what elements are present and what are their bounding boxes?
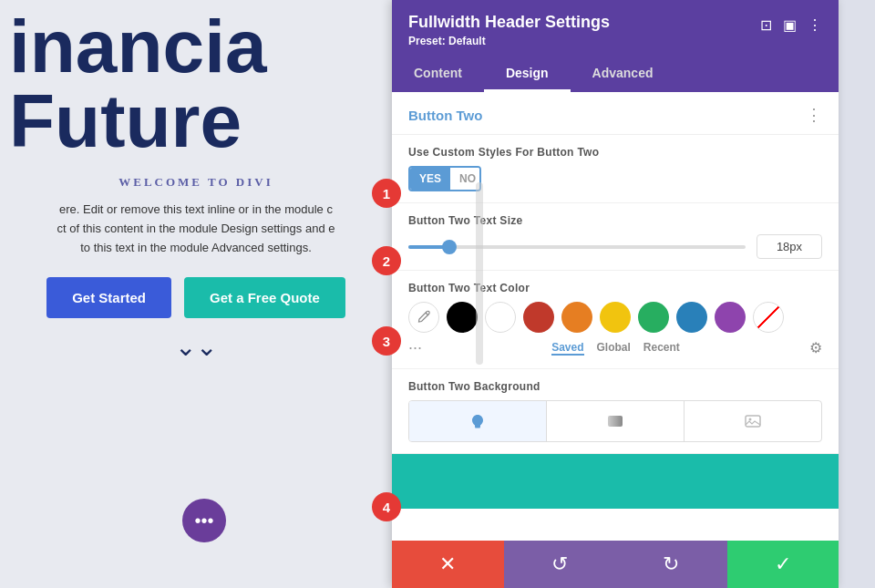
bg-label: Button Two Background — [408, 380, 822, 393]
cta-buttons: Get Started Get a Free Quote — [46, 277, 345, 318]
section-header-button-two: Button Two ⋮ — [392, 92, 839, 135]
three-dots-button[interactable]: ••• — [182, 499, 226, 542]
toggle-yes[interactable]: YES — [410, 168, 450, 190]
bg-gradient-option[interactable] — [547, 401, 685, 441]
action-bar: ✕ ↺ ↻ ✓ — [392, 541, 839, 588]
swatch-transparent[interactable] — [753, 302, 784, 333]
panel-header: Fullwidth Header Settings Preset: Defaul… — [392, 0, 839, 57]
slider-thumb[interactable] — [442, 240, 457, 254]
grid-icon[interactable]: ▣ — [783, 16, 797, 34]
swatch-white[interactable] — [485, 302, 516, 333]
eyedropper-button[interactable] — [408, 302, 439, 333]
redo-button[interactable]: ↻ — [615, 541, 727, 588]
text-size-label: Button Two Text Size — [408, 214, 822, 227]
scroll-down-icon: ⌄⌄ — [175, 335, 217, 360]
bg-row: Button Two Background — [392, 369, 839, 454]
badge-2: 2 — [372, 246, 401, 275]
body-text: ere. Edit or remove this text inline or … — [39, 201, 354, 257]
text-color-label: Button Two Text Color — [408, 282, 822, 294]
swatch-blue[interactable] — [676, 302, 707, 333]
color-tab-recent[interactable]: Recent — [643, 341, 680, 356]
swatch-purple[interactable] — [715, 302, 746, 333]
bg-color-option[interactable] — [409, 401, 547, 441]
swatch-green[interactable] — [638, 302, 669, 333]
preview-bar — [392, 454, 839, 509]
bg-selector — [408, 400, 822, 442]
custom-styles-toggle[interactable]: YES NO — [408, 166, 481, 191]
free-quote-button[interactable]: Get a Free Quote — [184, 277, 345, 318]
panel-body: Button Two ⋮ Use Custom Styles For Butto… — [392, 92, 839, 541]
get-started-button[interactable]: Get Started — [46, 277, 171, 318]
color-swatches — [408, 302, 822, 333]
color-tab-saved[interactable]: Saved — [551, 341, 583, 356]
preset-value[interactable]: Default — [448, 35, 486, 47]
panel-header-icons: ⊡ ▣ ⋮ — [760, 16, 822, 34]
badge-3: 3 — [372, 326, 401, 356]
save-button[interactable]: ✓ — [727, 541, 839, 588]
swatch-orange[interactable] — [561, 302, 592, 333]
color-tabs-row: ··· Saved Global Recent ⚙ — [408, 333, 822, 357]
text-color-row: Button Two Text Color ·· — [392, 271, 839, 369]
undo-button[interactable]: ↺ — [504, 541, 616, 588]
swatch-black[interactable] — [447, 302, 478, 333]
badge-4: 4 — [372, 492, 401, 521]
swatch-yellow[interactable] — [600, 302, 631, 333]
color-tabs: Saved Global Recent — [551, 341, 680, 356]
headline-2: Future — [0, 84, 392, 159]
custom-styles-label: Use Custom Styles For Button Two — [408, 146, 822, 159]
expand-icon[interactable]: ⊡ — [760, 16, 772, 34]
swatch-red[interactable] — [523, 302, 554, 333]
text-size-slider[interactable] — [408, 245, 746, 249]
custom-styles-row: Use Custom Styles For Button Two YES NO — [392, 135, 839, 203]
panel-tabs: Content Design Advanced — [392, 57, 839, 92]
settings-panel: Fullwidth Header Settings Preset: Defaul… — [392, 0, 839, 588]
badge-1: 1 — [372, 179, 401, 208]
svg-rect-2 — [608, 416, 623, 427]
section-menu-icon[interactable]: ⋮ — [806, 105, 822, 125]
color-more-icon[interactable]: ··· — [408, 338, 422, 357]
headline-1: inancia — [0, 9, 392, 84]
panel-header-left: Fullwidth Header Settings Preset: Defaul… — [408, 13, 610, 47]
svg-rect-1 — [475, 427, 480, 428]
more-options-icon[interactable]: ⋮ — [808, 16, 822, 34]
section-title: Button Two — [408, 108, 482, 123]
tab-design[interactable]: Design — [484, 57, 571, 92]
panel-preset: Preset: Default — [408, 35, 610, 47]
text-size-row: Button Two Text Size 18px — [392, 203, 839, 271]
tab-advanced[interactable]: Advanced — [571, 57, 675, 92]
svg-rect-3 — [746, 416, 760, 427]
panel-title: Fullwidth Header Settings — [408, 13, 610, 32]
text-size-value[interactable]: 18px — [757, 234, 822, 259]
bg-image-option[interactable] — [685, 401, 821, 441]
svg-point-4 — [749, 418, 752, 421]
tab-content[interactable]: Content — [392, 57, 484, 92]
svg-line-0 — [426, 313, 428, 315]
scrollbar[interactable] — [476, 182, 483, 365]
color-tab-global[interactable]: Global — [597, 341, 631, 356]
subtitle: Welcome to Divi — [118, 175, 273, 190]
text-size-slider-row: 18px — [408, 234, 822, 259]
cancel-button[interactable]: ✕ — [392, 541, 504, 588]
color-settings-icon[interactable]: ⚙ — [809, 339, 822, 356]
